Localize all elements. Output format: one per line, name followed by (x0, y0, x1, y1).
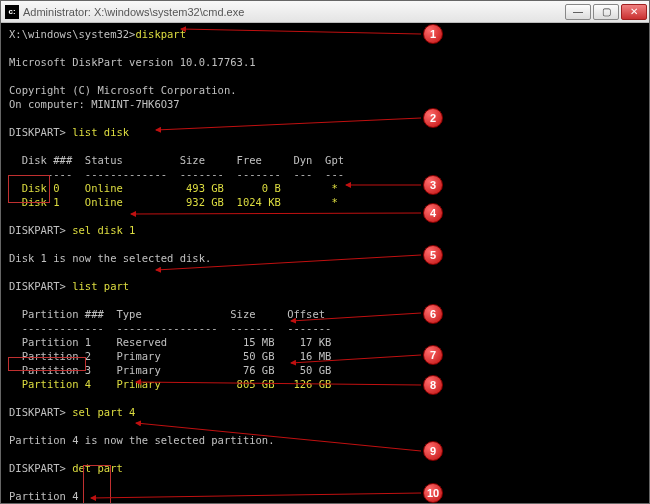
cmd-detpart: det part (72, 462, 123, 474)
cmd-diskpart: diskpart (135, 28, 186, 40)
callout-6: 6 (423, 304, 443, 324)
part-row: Partition 4 Primary 805 GB 126 GB (9, 377, 641, 391)
part-table-dash: ------------- ---------------- ------- -… (9, 321, 641, 335)
cmd-selpart: sel part 4 (72, 406, 135, 418)
window-controls: — ▢ ✕ (565, 4, 647, 20)
disk-row: Disk 0 Online 493 GB 0 B * (9, 181, 641, 195)
disk-table-header: Disk ### Status Size Free Dyn Gpt (9, 153, 641, 167)
disk-table-dash: -------- ------------- ------- ------- -… (9, 167, 641, 181)
prompt: X:\windows\system32> (9, 28, 135, 40)
cmd-seldisk: sel disk 1 (72, 224, 135, 236)
callout-9: 9 (423, 441, 443, 461)
callout-3: 3 (423, 175, 443, 195)
callout-1: 1 (423, 24, 443, 44)
cmd-listpart: list part (72, 280, 129, 292)
titlebar[interactable]: c: Administrator: X:\windows\system32\cm… (1, 1, 649, 23)
version-line: Microsoft DiskPart version 10.0.17763.1 (9, 55, 641, 69)
part-row: Partition 3 Primary 76 GB 50 GB (9, 363, 641, 377)
disk-row: Disk 1 Online 932 GB 1024 KB * (9, 195, 641, 209)
cmd-icon: c: (5, 5, 19, 19)
part-selected-msg: Partition 4 is now the selected partitio… (9, 433, 641, 447)
part-row: Partition 2 Primary 50 GB 16 MB (9, 349, 641, 363)
terminal[interactable]: X:\windows\system32>diskpart Microsoft D… (1, 23, 649, 503)
copyright-line: Copyright (C) Microsoft Corporation. (9, 83, 641, 97)
disk-selected-msg: Disk 1 is now the selected disk. (9, 251, 641, 265)
maximize-button[interactable]: ▢ (593, 4, 619, 20)
callout-8: 8 (423, 375, 443, 395)
minimize-button[interactable]: — (565, 4, 591, 20)
callout-4: 4 (423, 203, 443, 223)
callout-5: 5 (423, 245, 443, 265)
det-title: Partition 4 (9, 489, 641, 503)
callout-7: 7 (423, 345, 443, 365)
cmd-window: c: Administrator: X:\windows\system32\cm… (0, 0, 650, 504)
part-table-header: Partition ### Type Size Offset (9, 307, 641, 321)
part-row: Partition 1 Reserved 15 MB 17 KB (9, 335, 641, 349)
window-title: Administrator: X:\windows\system32\cmd.e… (23, 6, 565, 18)
callout-10: 10 (423, 483, 443, 503)
computer-line: On computer: MININT-7HK6O37 (9, 97, 641, 111)
close-button[interactable]: ✕ (621, 4, 647, 20)
cmd-listdisk: list disk (72, 126, 129, 138)
callout-2: 2 (423, 108, 443, 128)
